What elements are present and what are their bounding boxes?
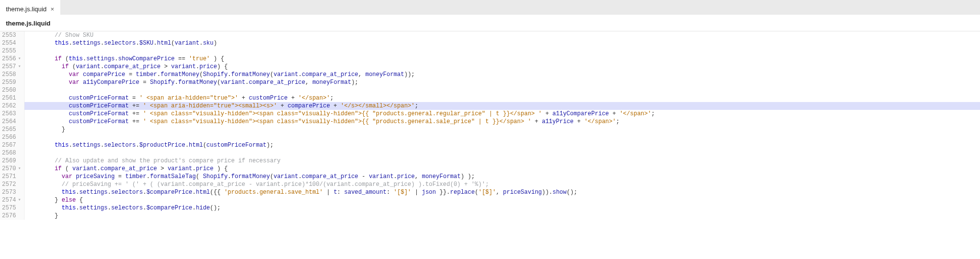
code-line[interactable]: this.settings.selectors.$productPrice.ht… xyxy=(25,141,980,149)
line-number: 2561 xyxy=(2,94,21,102)
close-icon[interactable]: × xyxy=(50,5,54,13)
code-line[interactable]: if ( variant.compare_at_price > variant.… xyxy=(25,165,980,173)
code-line[interactable]: var a11yComparePrice = Shopify.formatMon… xyxy=(25,78,980,86)
line-number: 2554 xyxy=(2,39,21,47)
line-number: 2571 xyxy=(2,173,21,181)
line-number: 2556▾ xyxy=(2,55,21,63)
line-number: 2576 xyxy=(2,212,21,220)
line-number: 2572 xyxy=(2,181,21,188)
code-line[interactable]: customPriceFormat += ' <span aria-hidden… xyxy=(25,102,980,110)
line-number: 2574▾ xyxy=(2,196,21,204)
line-number: 2564 xyxy=(2,118,21,126)
code-line[interactable]: } xyxy=(25,212,980,220)
fold-icon[interactable]: ▾ xyxy=(17,55,21,63)
fold-icon[interactable]: ▾ xyxy=(17,196,21,204)
code-line[interactable]: // Show SKU xyxy=(25,31,980,39)
tab-title: theme.js.liquid xyxy=(6,5,47,13)
fold-icon[interactable]: ▾ xyxy=(17,165,21,173)
breadcrumb: theme.js.liquid xyxy=(0,15,980,31)
line-number: 2555 xyxy=(2,47,21,55)
code-line[interactable]: // Also update and show the product's co… xyxy=(25,157,980,165)
line-number: 2560 xyxy=(2,86,21,94)
code-line[interactable]: customPriceFormat += ' <span class="visu… xyxy=(25,110,980,118)
code-line[interactable]: if (variant.compare_at_price > variant.p… xyxy=(25,63,980,71)
line-number: 2570▾ xyxy=(2,165,21,173)
line-number: 2569 xyxy=(2,157,21,165)
line-number: 2557▾ xyxy=(2,63,21,71)
code-line[interactable]: if (this.settings.showComparePrice == 't… xyxy=(25,55,980,63)
code-line[interactable]: this.settings.selectors.$comparePrice.ht… xyxy=(25,188,980,196)
code-line[interactable]: // priceSaving += ' (' + ( (variant.comp… xyxy=(25,181,980,188)
line-number: 2559 xyxy=(2,78,21,86)
line-number: 2575 xyxy=(2,204,21,212)
line-number: 2565 xyxy=(2,126,21,133)
code-area[interactable]: // Show SKU this.settings.selectors.$SKU… xyxy=(25,31,980,220)
code-line[interactable] xyxy=(25,47,980,55)
code-line[interactable]: this.settings.selectors.$comparePrice.hi… xyxy=(25,204,980,212)
line-number: 2562 xyxy=(2,102,21,110)
line-number: 2563 xyxy=(2,110,21,118)
code-line[interactable]: } else { xyxy=(25,196,980,204)
code-line[interactable] xyxy=(25,86,980,94)
code-line[interactable]: customPriceFormat += ' <span class="visu… xyxy=(25,118,980,126)
line-number-gutter: 2553255425552556▾2557▾255825592560256125… xyxy=(0,31,25,220)
line-number: 2553 xyxy=(2,31,21,39)
code-line[interactable] xyxy=(25,133,980,141)
tab-theme-js-liquid[interactable]: theme.js.liquid × xyxy=(0,0,60,15)
code-line[interactable]: this.settings.selectors.$SKU.html(varian… xyxy=(25,39,980,47)
tab-bar: theme.js.liquid × xyxy=(0,0,980,15)
code-editor[interactable]: 2553255425552556▾2557▾255825592560256125… xyxy=(0,31,980,220)
code-line[interactable] xyxy=(25,149,980,157)
line-number: 2567 xyxy=(2,141,21,149)
code-line[interactable]: var comparePrice = timber.formatMoney(Sh… xyxy=(25,71,980,78)
code-line[interactable]: var priceSaving = timber.formatSaleTag( … xyxy=(25,173,980,181)
line-number: 2573 xyxy=(2,188,21,196)
line-number: 2568 xyxy=(2,149,21,157)
code-line[interactable]: } xyxy=(25,126,980,133)
line-number: 2566 xyxy=(2,133,21,141)
fold-icon[interactable]: ▾ xyxy=(17,63,21,71)
line-number: 2558 xyxy=(2,71,21,78)
code-line[interactable]: customPriceFormat = ' <span aria-hidden=… xyxy=(25,94,980,102)
